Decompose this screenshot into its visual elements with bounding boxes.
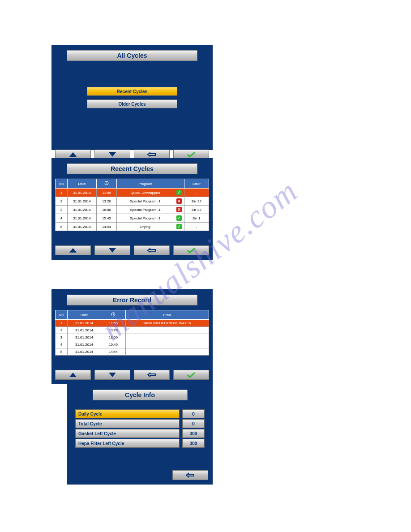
col-status [174, 179, 184, 189]
checkmark-icon [186, 151, 196, 158]
table-row[interactable]: 5 31.01.2014 14:44 [56, 348, 209, 356]
back-arrow-icon [146, 372, 157, 378]
table-row[interactable]: 4 31.01.2014 15:45 [56, 341, 209, 348]
table-row[interactable]: 4 31.01.2014 15:45 Special Program -1 ✓ … [56, 214, 209, 223]
table-row[interactable]: 3 31.01.2014 18:00 [56, 334, 209, 341]
table-row[interactable]: 2 31.01.2014 13:20 [56, 327, 209, 334]
recent-cycles-table: No Date Program Error 1 31.01.2014 11:55… [55, 179, 209, 231]
page-title: All Cycles [67, 50, 197, 61]
up-button[interactable] [55, 370, 91, 380]
table-header: No Date Error [56, 310, 209, 320]
col-no: No [56, 179, 68, 189]
back-arrow-icon [146, 151, 157, 158]
col-no: No [56, 310, 68, 320]
info-row-total[interactable]: Total Cycle 0 [75, 419, 205, 428]
confirm-button[interactable] [173, 245, 209, 255]
info-label: Gasket Left Cycle [75, 429, 180, 438]
col-date: Date [68, 179, 97, 189]
back-button[interactable] [134, 370, 170, 380]
table-row[interactable]: 5 31.01.2014 14:44 Drying ✓ - [56, 223, 209, 231]
col-error: Error [184, 179, 209, 189]
triangle-down-icon [109, 248, 116, 253]
status-ok-icon: ✓ [176, 215, 182, 221]
back-arrow-icon [146, 247, 157, 253]
info-value: 300 [182, 429, 205, 438]
col-time [101, 310, 126, 320]
checkmark-icon [186, 372, 196, 378]
status-error-icon: X [176, 207, 182, 212]
menu-recent-cycles[interactable]: Recent Cycles [87, 87, 177, 96]
triangle-up-icon [69, 373, 77, 377]
down-button[interactable] [94, 245, 130, 255]
info-value: 300 [182, 439, 205, 448]
triangle-up-icon [69, 152, 77, 157]
col-program: Program [117, 179, 174, 189]
info-row-gasket[interactable]: Gasket Left Cycle 300 [75, 429, 205, 438]
table-row[interactable]: 3 31.01.2014 18:00 Special Program -1 X … [56, 206, 209, 214]
status-ok-icon: ✓ [176, 224, 182, 229]
menu-older-cycles[interactable]: Older Cycles [87, 99, 177, 108]
triangle-up-icon [69, 248, 77, 253]
back-button[interactable] [134, 245, 170, 255]
up-button[interactable] [55, 245, 91, 255]
clock-icon [111, 312, 116, 317]
info-value: 0 [182, 419, 205, 428]
col-date: Date [68, 310, 101, 320]
triangle-down-icon [109, 373, 116, 377]
triangle-down-icon [109, 152, 116, 157]
table-row[interactable]: 1 31.01.2014 11:55 TANK INSUFFICIENT WAT… [56, 320, 209, 327]
confirm-button[interactable] [173, 370, 209, 380]
clock-icon [104, 181, 109, 185]
back-arrow-icon [185, 472, 196, 478]
error-record-table: No Date Error 1 31.01.2014 11:55 TANK IN… [55, 310, 209, 356]
back-button[interactable] [172, 470, 208, 480]
col-error: Error [126, 310, 209, 320]
status-ok-icon: ✓ [176, 190, 182, 195]
page-title: Error Record [67, 295, 197, 305]
info-label: Total Cycle [75, 419, 180, 428]
page-title: Recent Cycles [67, 163, 197, 174]
checkmark-icon [186, 247, 196, 253]
info-row-daily[interactable]: Daily Cycle 0 [75, 409, 205, 418]
table-row[interactable]: 1 31.01.2014 11:55 Quick, Unwrapped ✓ - [56, 189, 209, 197]
status-error-icon: X [176, 198, 182, 204]
panel-all-cycles: All Cycles Recent Cycles Older Cycles [51, 45, 213, 150]
table-row[interactable]: 2 31.01.2014 13:20 Special Program -1 X … [56, 197, 209, 206]
info-value: 0 [182, 409, 205, 418]
down-button[interactable] [94, 370, 130, 380]
table-header: No Date Program Error [56, 179, 209, 189]
panel-cycle-info: Cycle Info Daily Cycle 0 Total Cycle 0 G… [67, 384, 213, 485]
panel-recent-cycles: Recent Cycles No Date Program Error 1 31… [51, 158, 213, 260]
panel-error-record: Error Record No Date Error 1 31.01.2014 … [51, 289, 213, 384]
info-row-hepa[interactable]: Hepa Filter Left Cycle 300 [75, 439, 205, 448]
page-title: Cycle Info [93, 390, 188, 400]
info-label: Hepa Filter Left Cycle [75, 439, 180, 448]
info-label: Daily Cycle [75, 409, 180, 418]
col-time [97, 179, 117, 189]
